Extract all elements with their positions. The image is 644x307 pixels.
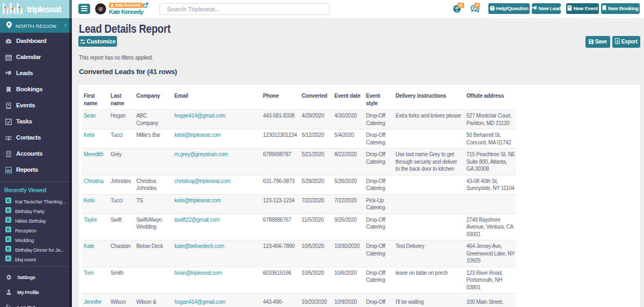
svg-text:tripleseat: tripleseat xyxy=(27,4,62,14)
